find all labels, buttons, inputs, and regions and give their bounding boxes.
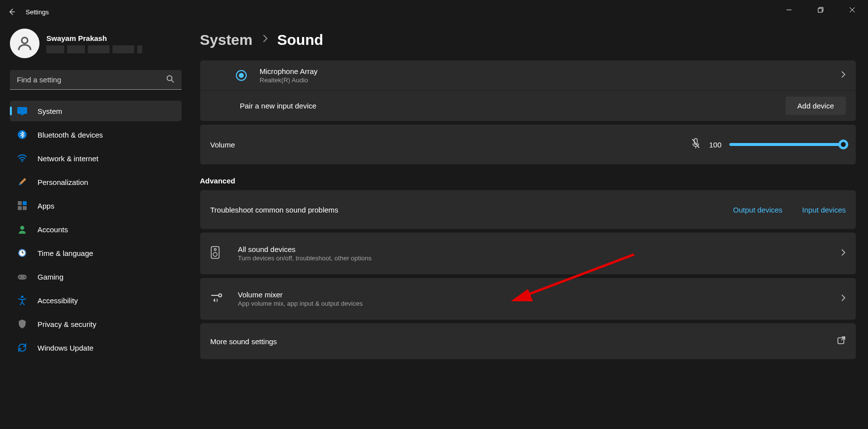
chevron-right-icon <box>841 248 846 259</box>
sidebar-item-label: Accounts <box>38 225 68 234</box>
svg-point-29 <box>213 252 217 256</box>
sidebar-item-network[interactable]: Network & internet <box>10 148 182 169</box>
svg-point-21 <box>19 277 21 278</box>
maximize-icon <box>818 7 824 13</box>
sidebar-item-label: Time & language <box>38 249 93 257</box>
volume-slider[interactable] <box>729 143 846 146</box>
chevron-right-icon <box>262 33 268 47</box>
svg-point-15 <box>20 226 24 230</box>
sidebar-item-time-language[interactable]: Time & language <box>10 243 182 263</box>
slider-thumb[interactable] <box>838 140 848 149</box>
volume-mixer-row[interactable]: Volume mixer App volume mix, app input &… <box>200 278 856 320</box>
sidebar-item-accessibility[interactable]: Accessibility <box>10 290 182 311</box>
svg-line-6 <box>172 80 174 83</box>
app-title: Settings <box>26 8 49 16</box>
troubleshoot-title: Troubleshoot common sound problems <box>210 206 339 214</box>
volume-title: Volume <box>210 141 235 149</box>
gamepad-icon <box>17 271 28 282</box>
person-icon <box>16 35 34 52</box>
speaker-device-icon <box>210 246 220 261</box>
sidebar-item-accounts[interactable]: Accounts <box>10 219 182 240</box>
input-device-title: Microphone Array <box>260 67 841 75</box>
sidebar-item-privacy[interactable]: Privacy & security <box>10 314 182 334</box>
svg-rect-1 <box>818 8 822 12</box>
bluetooth-icon <box>17 129 28 140</box>
sidebar-item-personalization[interactable]: Personalization <box>10 172 182 192</box>
input-devices-link[interactable]: Input devices <box>802 206 846 214</box>
sidebar-item-label: System <box>38 107 62 115</box>
svg-point-22 <box>24 277 26 278</box>
display-icon <box>17 106 28 116</box>
mixer-title: Volume mixer <box>238 290 841 299</box>
svg-rect-13 <box>18 206 22 210</box>
maximize-button[interactable] <box>805 0 836 20</box>
breadcrumb-parent[interactable]: System <box>200 32 253 48</box>
chevron-right-icon <box>841 70 846 81</box>
chevron-right-icon <box>841 293 846 304</box>
sidebar-item-label: Gaming <box>38 273 64 281</box>
profile-email-redacted <box>46 45 142 53</box>
apps-icon <box>17 200 28 211</box>
sync-icon <box>17 342 28 353</box>
input-device-subtitle: Realtek(R) Audio <box>260 76 841 84</box>
all-devices-title: All sound devices <box>238 245 841 253</box>
sidebar-item-label: Privacy & security <box>38 320 96 328</box>
search-input[interactable] <box>10 70 182 90</box>
clock-icon <box>17 248 28 258</box>
breadcrumb: System Sound <box>200 32 868 48</box>
sidebar-item-apps[interactable]: Apps <box>10 195 182 216</box>
svg-point-23 <box>21 296 24 298</box>
back-button[interactable] <box>0 0 24 24</box>
profile-name: Swayam Prakash <box>46 34 142 42</box>
minimize-button[interactable] <box>773 0 805 20</box>
search-icon <box>166 74 175 85</box>
wifi-icon <box>17 153 28 164</box>
sidebar-item-system[interactable]: System <box>10 101 182 121</box>
back-arrow-icon <box>7 7 17 17</box>
sidebar-item-label: Personalization <box>38 178 88 186</box>
user-profile[interactable]: Swayam Prakash <box>10 24 188 66</box>
svg-point-4 <box>22 37 28 43</box>
svg-rect-14 <box>23 206 27 210</box>
troubleshoot-row: Troubleshoot common sound problems Outpu… <box>200 190 856 229</box>
sidebar-item-update[interactable]: Windows Update <box>10 337 182 358</box>
accessibility-icon <box>17 295 28 306</box>
volume-row: Volume 100 <box>200 125 856 164</box>
person-icon <box>17 224 28 235</box>
svg-point-28 <box>214 249 216 250</box>
sidebar-item-label: Network & internet <box>38 154 98 163</box>
external-link-icon <box>837 336 846 347</box>
more-sound-settings-row[interactable]: More sound settings <box>200 323 856 359</box>
sidebar-item-label: Apps <box>38 202 54 210</box>
sidebar-item-bluetooth[interactable]: Bluetooth & devices <box>10 124 182 145</box>
svg-point-5 <box>167 76 172 81</box>
all-sound-devices-row[interactable]: All sound devices Turn devices on/off, t… <box>200 233 856 274</box>
mic-muted-icon[interactable] <box>690 138 701 151</box>
svg-rect-12 <box>23 201 27 205</box>
svg-point-10 <box>22 161 23 162</box>
output-devices-link[interactable]: Output devices <box>733 206 783 214</box>
more-settings-title: More sound settings <box>210 337 277 346</box>
sidebar-item-gaming[interactable]: Gaming <box>10 266 182 287</box>
radio-selected-icon[interactable] <box>236 70 247 81</box>
close-button[interactable] <box>836 0 868 20</box>
pair-device-title: Pair a new input device <box>240 102 316 110</box>
svg-rect-7 <box>17 107 27 114</box>
section-heading-advanced: Advanced <box>200 177 856 185</box>
svg-rect-11 <box>18 201 22 205</box>
avatar <box>10 29 39 58</box>
add-device-button[interactable]: Add device <box>786 97 846 115</box>
mixer-icon <box>210 292 223 305</box>
breadcrumb-current: Sound <box>277 32 323 48</box>
brush-icon <box>17 177 28 187</box>
sidebar-item-label: Windows Update <box>38 344 93 352</box>
volume-value: 100 <box>709 141 721 149</box>
svg-point-31 <box>219 294 222 297</box>
svg-rect-8 <box>21 114 24 115</box>
input-device-row[interactable]: Microphone Array Realtek(R) Audio <box>200 61 856 90</box>
close-icon <box>849 7 855 13</box>
all-devices-subtitle: Turn devices on/off, troubleshoot, other… <box>238 254 841 262</box>
pair-device-row: Pair a new input device Add device <box>200 90 856 121</box>
sidebar-item-label: Bluetooth & devices <box>38 131 103 139</box>
shield-icon <box>17 319 28 329</box>
